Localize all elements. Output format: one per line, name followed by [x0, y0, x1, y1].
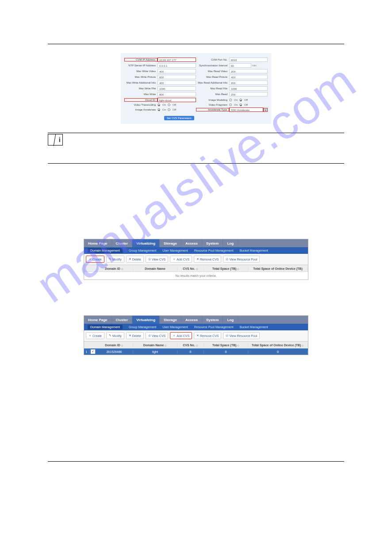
delete-button[interactable]: ✕Delete — [126, 256, 144, 263]
accel-on-radio[interactable] — [158, 108, 160, 111]
modify-button[interactable]: ✎Modify — [106, 332, 124, 339]
eye-icon: ◎ — [226, 334, 228, 337]
accel-type-select[interactable]: SSD Accelerate — [229, 107, 263, 112]
max-read-video-input[interactable]: 200 — [229, 69, 268, 73]
max-read-file-input[interactable]: 1000 — [229, 86, 268, 91]
table-row[interactable]: 1 ✓ 261526486 light 0 0 0 — [84, 348, 308, 355]
create-button[interactable]: ＋Create — [86, 332, 104, 339]
subnav-group[interactable]: Group Management — [129, 249, 156, 252]
subnav-user[interactable]: User Management — [162, 325, 188, 329]
max-read-label: Max Read — [196, 93, 229, 96]
view-cvs-button[interactable]: ◎View CVS — [146, 332, 168, 339]
x-icon: ✕ — [129, 334, 131, 337]
max-write-picture-input[interactable]: 600 — [158, 75, 196, 79]
chevron-down-icon[interactable]: ▾ — [263, 108, 268, 112]
subnav-bucket[interactable]: Bucket Management — [240, 249, 268, 252]
tab-access[interactable]: Access — [181, 316, 202, 324]
tab-cluster[interactable]: Cluster — [112, 316, 133, 324]
accel-off-radio[interactable] — [168, 108, 170, 111]
cvm-ip-input[interactable]: 10.66.107.177 — [158, 57, 196, 62]
cvm-port-input[interactable]: 6022 — [229, 57, 268, 62]
max-read-input[interactable]: 256 — [229, 92, 268, 96]
x-icon: ✕ — [196, 257, 199, 261]
image-accelerate-radio[interactable]: On Off — [158, 108, 196, 111]
tab-system[interactable]: System — [202, 316, 223, 324]
sort-icon: ◇ — [237, 267, 239, 270]
view-cvs-button[interactable]: ◎View CVS — [146, 256, 168, 263]
remove-cvs-button[interactable]: ✕Remove CVS — [194, 332, 221, 339]
eye-icon: ◎ — [226, 257, 228, 261]
modeling-off-radio[interactable] — [239, 99, 242, 101]
row-total-space: 0 — [204, 350, 248, 353]
subnav-rpool[interactable]: Resource Pool Management — [194, 325, 234, 329]
tab-storage[interactable]: Storage — [160, 316, 181, 324]
row-checkbox[interactable]: ✓ — [89, 349, 96, 354]
subnav-bucket[interactable]: Bucket Management — [240, 325, 268, 329]
subnav-group[interactable]: Group Management — [129, 325, 156, 329]
row-index: 1 — [84, 350, 89, 353]
transcoding-off-radio[interactable] — [168, 103, 170, 106]
fragment-off-radio[interactable] — [239, 103, 242, 106]
tab-log[interactable]: Log — [223, 239, 238, 247]
max-write-input[interactable]: 800 — [158, 92, 196, 96]
subnav-rpool[interactable]: Resource Pool Management — [194, 249, 234, 252]
toolbar: ＋Create ✎Modify ✕Delete ◎View CVS ＋Add C… — [84, 254, 308, 265]
max-read-picture-input[interactable]: 400 — [229, 75, 268, 79]
note-icon: i — [48, 134, 63, 145]
sort-icon: ◇ — [237, 344, 239, 347]
sort-icon: ◇ — [196, 344, 198, 347]
tab-virtualizing[interactable]: Virtualizing — [132, 316, 160, 324]
max-write-file-input[interactable]: 1000 — [158, 86, 196, 91]
tab-home[interactable]: Home Page — [84, 316, 112, 324]
set-cvs-params-button[interactable]: Set CVS Parameters — [164, 116, 194, 120]
subnav-domain[interactable]: Domain Management — [88, 325, 123, 329]
image-modeling-radio[interactable]: On Off — [229, 99, 268, 101]
col-total-online[interactable]: Total Space of Online Device (TB) — [248, 267, 308, 270]
remove-cvs-button[interactable]: ✕Remove CVS — [194, 256, 221, 263]
row-domain-id: 261526486 — [96, 350, 133, 353]
max-read-add-input[interactable]: 200 — [229, 80, 268, 85]
accel-type-label: Accelerate Type — [196, 108, 229, 111]
max-write-add-input[interactable]: 400 — [158, 80, 196, 85]
col-domain-id[interactable]: Domain ID◇ — [96, 267, 133, 270]
col-total-space[interactable]: Total Space (TB)◇ — [204, 267, 248, 270]
modify-button[interactable]: ✎Modify — [106, 256, 124, 263]
delete-button[interactable]: ✕Delete — [126, 332, 144, 339]
subnav-user[interactable]: User Management — [162, 249, 188, 252]
cvm-ip-label: CVM IP Address — [124, 58, 158, 61]
col-domain-name[interactable]: Domain Name◇ — [133, 344, 177, 347]
tab-virtualizing[interactable]: Virtualizing — [132, 239, 160, 247]
ntp-input[interactable]: 0.0.0.1 — [158, 63, 196, 68]
row-total-online: 0 — [248, 350, 308, 353]
sync-input[interactable]: 60 — [229, 63, 251, 68]
create-button[interactable]: ＋Create — [86, 256, 104, 263]
col-total-online[interactable]: Total Space of Online Device (TB)◇ — [248, 344, 308, 347]
col-domain-name[interactable]: Domain Name — [133, 267, 177, 270]
view-rpool-button[interactable]: ◎View Resource Pool — [223, 256, 260, 263]
tab-log[interactable]: Log — [223, 316, 238, 324]
transcoding-radio[interactable]: On Off — [158, 103, 196, 106]
add-cvs-button[interactable]: ＋Add CVS — [170, 256, 192, 263]
col-cvs-no[interactable]: CVS No.◇ — [177, 344, 204, 347]
fragment-on-radio[interactable] — [229, 103, 232, 106]
tab-storage[interactable]: Storage — [160, 239, 181, 247]
modeling-on-radio[interactable] — [229, 99, 232, 101]
max-write-video-input[interactable]: 400 — [158, 69, 196, 73]
transcoding-on-radio[interactable] — [158, 103, 160, 106]
cloud-id-input[interactable]: light-cloud — [158, 98, 196, 102]
page-footer-rule — [48, 461, 344, 462]
add-cvs-button[interactable]: ＋Add CVS — [170, 332, 192, 339]
video-fragment-radio[interactable]: On Off — [229, 103, 268, 106]
table-head: Domain ID◇ Domain Name CVS No.◇ Total Sp… — [84, 265, 308, 272]
subnav-domain[interactable]: Domain Management — [88, 248, 123, 253]
sort-icon: ◇ — [121, 267, 123, 270]
tab-access[interactable]: Access — [181, 239, 202, 247]
sub-nav: Domain Management Group Management User … — [84, 247, 308, 254]
view-rpool-button[interactable]: ◎View Resource Pool — [223, 332, 260, 339]
tab-system[interactable]: System — [202, 239, 223, 247]
tab-cluster[interactable]: Cluster — [112, 239, 133, 247]
col-total-space[interactable]: Total Space (TB)◇ — [204, 344, 248, 347]
col-cvs-no[interactable]: CVS No.◇ — [177, 267, 204, 270]
tab-home[interactable]: Home Page — [84, 239, 112, 247]
col-domain-id[interactable]: Domain ID◇ — [96, 344, 133, 347]
